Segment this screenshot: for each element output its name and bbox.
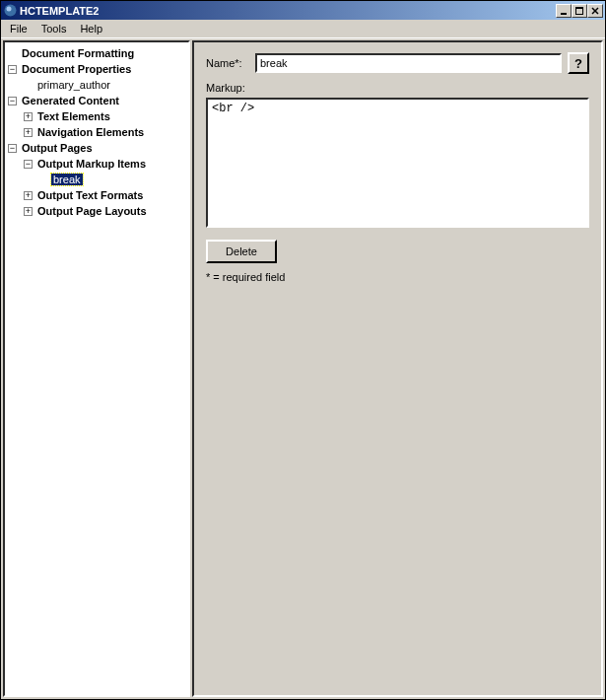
tree-item-output-markup-items[interactable]: − Output Markup Items: [6, 156, 187, 172]
name-label: Name*:: [206, 57, 255, 69]
tree-label: Document Properties: [20, 63, 133, 75]
close-button[interactable]: [587, 4, 603, 18]
delete-button[interactable]: Delete: [206, 240, 277, 263]
svg-rect-4: [575, 7, 583, 9]
name-input[interactable]: [255, 53, 562, 73]
tree-label: Output Page Layouts: [35, 205, 149, 217]
menubar: File Tools Help: [1, 20, 605, 38]
menu-file[interactable]: File: [3, 21, 34, 36]
svg-rect-2: [561, 13, 567, 15]
tree-label: Navigation Elements: [35, 126, 146, 138]
expand-icon[interactable]: +: [24, 112, 33, 121]
tree-label: primary_author: [35, 79, 112, 91]
collapse-icon[interactable]: −: [8, 97, 17, 105]
collapse-icon[interactable]: −: [8, 144, 17, 153]
menu-tools[interactable]: Tools: [34, 21, 74, 36]
markup-label: Markup:: [206, 82, 589, 94]
minimize-button[interactable]: [556, 4, 572, 18]
name-row: Name*: ?: [206, 52, 589, 74]
required-note: * = required field: [206, 271, 589, 283]
tree-label: Output Text Formats: [35, 189, 145, 201]
tree-item-output-pages[interactable]: − Output Pages: [6, 140, 187, 156]
maximize-button[interactable]: [572, 4, 587, 18]
tree-item-doc-formatting[interactable]: Document Formatting: [6, 45, 187, 61]
expand-icon[interactable]: +: [24, 191, 33, 200]
tree-label: Document Formatting: [20, 47, 136, 59]
svg-point-1: [6, 7, 11, 12]
expand-icon[interactable]: +: [24, 128, 33, 137]
app-window: HCTEMPLATE2 File Tools Help Document For…: [0, 0, 606, 700]
content-area: Document Formatting − Document Propertie…: [1, 38, 605, 699]
tree-item-generated-content[interactable]: − Generated Content: [6, 93, 187, 108]
tree-item-primary-author[interactable]: primary_author: [6, 77, 187, 93]
markup-textarea[interactable]: [206, 98, 589, 228]
expand-icon[interactable]: +: [24, 207, 33, 216]
titlebar[interactable]: HCTEMPLATE2: [1, 1, 605, 20]
tree-item-output-text-formats[interactable]: + Output Text Formats: [6, 187, 187, 203]
tree-item-doc-properties[interactable]: − Document Properties: [6, 61, 187, 77]
tree-item-output-page-layouts[interactable]: + Output Page Layouts: [6, 203, 187, 219]
window-title: HCTEMPLATE2: [20, 5, 556, 17]
form-panel: Name*: ? Markup: Delete * = required fie…: [192, 40, 603, 697]
tree-item-break[interactable]: break: [6, 172, 187, 187]
collapse-icon[interactable]: −: [24, 160, 33, 169]
tree-item-nav-elements[interactable]: + Navigation Elements: [6, 124, 187, 140]
window-controls: [556, 4, 603, 18]
tree-label: Text Elements: [35, 110, 112, 122]
tree-label-selected: break: [51, 174, 83, 185]
menu-help[interactable]: Help: [73, 21, 109, 36]
tree-item-text-elements[interactable]: + Text Elements: [6, 108, 187, 124]
tree-label: Output Markup Items: [35, 158, 148, 170]
tree-panel[interactable]: Document Formatting − Document Propertie…: [3, 40, 190, 697]
app-icon: [3, 4, 17, 18]
tree: Document Formatting − Document Propertie…: [6, 43, 187, 221]
help-button[interactable]: ?: [568, 52, 589, 74]
tree-label: Output Pages: [20, 142, 95, 154]
tree-label: Generated Content: [20, 95, 121, 106]
collapse-icon[interactable]: −: [8, 65, 17, 74]
